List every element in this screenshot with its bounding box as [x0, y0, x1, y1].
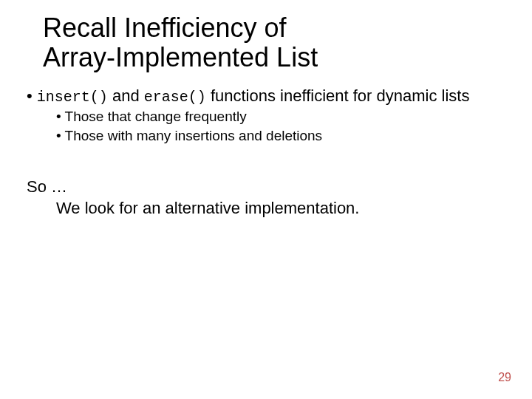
- code-insert: insert(): [37, 89, 108, 106]
- bullet-level1: insert() and erase() functions inefficie…: [22, 86, 510, 106]
- title-line-2: Array-Implemented List: [43, 42, 318, 72]
- page-number: 29: [498, 371, 511, 384]
- so-line-2: We look for an alternative implementatio…: [27, 197, 510, 219]
- bullet-text-tail: functions inefficient for dynamic lists: [206, 86, 470, 105]
- bullet-level2: Those that change frequently: [22, 108, 510, 126]
- title-line-1: Recall Inefficiency of: [43, 13, 287, 43]
- slide: Recall Inefficiency of Array-Implemented…: [0, 0, 532, 399]
- so-line-1: So …: [27, 177, 67, 196]
- slide-body: insert() and erase() functions inefficie…: [22, 86, 510, 219]
- paragraph: So … We look for an alternative implemen…: [22, 176, 510, 219]
- code-erase: erase(): [144, 89, 206, 106]
- bullet-text-mid: and: [108, 86, 144, 105]
- slide-title: Recall Inefficiency of Array-Implemented…: [43, 13, 318, 73]
- sub-bullet-2: Those with many insertions and deletions: [65, 128, 323, 143]
- bullet-level2: Those with many insertions and deletions: [22, 127, 510, 145]
- sub-bullet-1: Those that change frequently: [65, 109, 247, 124]
